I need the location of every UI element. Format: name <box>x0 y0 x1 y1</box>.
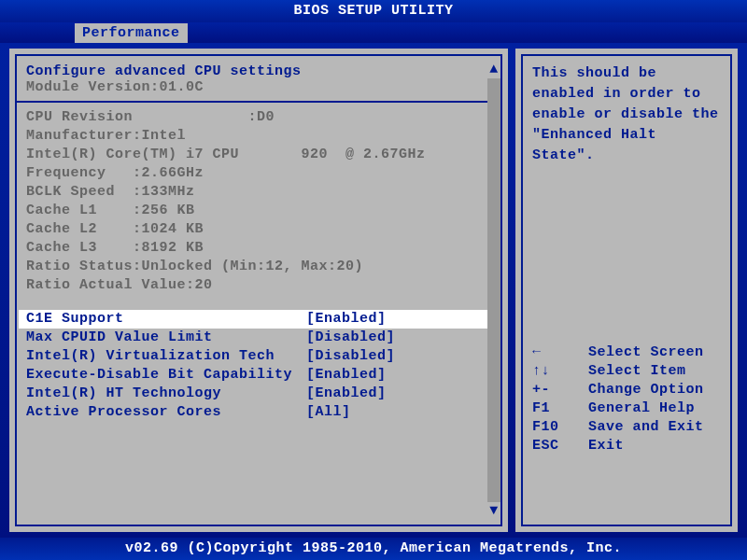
tab-row: Performance <box>0 22 747 43</box>
option-execute-disable[interactable]: Execute-Disable Bit Capability [Enabled] <box>26 366 491 385</box>
ratio-actual: Ratio Actual Value:20 <box>26 276 491 295</box>
footer-bar: v02.69 (C)Copyright 1985-2010, American … <box>0 538 747 560</box>
option-active-cores[interactable]: Active Processor Cores [All] <box>26 403 491 422</box>
option-label: Intel(R) Virtualization Tech <box>26 347 306 366</box>
key-f1: F1 <box>532 399 588 418</box>
help-text: This should be enabled in order to enabl… <box>532 63 721 166</box>
tab-performance[interactable]: Performance <box>75 23 188 43</box>
option-vt[interactable]: Intel(R) Virtualization Tech [Disabled] <box>26 347 491 366</box>
scrollbar-track[interactable] <box>487 78 500 502</box>
scroll-up-icon[interactable]: ▲ <box>487 62 500 77</box>
cache-l1: Cache L1 :256 KB <box>26 202 491 220</box>
option-label: Execute-Disable Bit Capability <box>26 366 306 385</box>
key-help-row: ← Select Screen <box>532 343 721 362</box>
key-help-row: ↑↓ Select Item <box>532 362 721 381</box>
option-value: [Disabled] <box>306 347 395 366</box>
cpu-revision: CPU Revision :D0 <box>26 108 491 127</box>
body: ▲ ▼ Configure advanced CPU settings Modu… <box>0 43 747 538</box>
key-f10: F10 <box>532 418 588 437</box>
key-help-row: +- Change Option <box>532 381 721 399</box>
option-label: Active Processor Cores <box>26 403 306 422</box>
cache-l2: Cache L2 :1024 KB <box>26 220 491 239</box>
option-value: [Disabled] <box>306 329 395 347</box>
key-desc: Save and Exit <box>588 418 704 437</box>
cpu-manufacturer: Manufacturer:Intel <box>26 127 491 146</box>
key-help-row: F1 General Help <box>532 399 721 418</box>
ratio-status: Ratio Status:Unlocked (Min:12, Max:20) <box>26 258 491 276</box>
key-up-down-arrow-icon: ↑↓ <box>532 362 588 381</box>
key-esc: ESC <box>532 437 588 455</box>
key-help-row: F10 Save and Exit <box>532 418 721 437</box>
option-label: Intel(R) HT Technology <box>26 385 306 403</box>
module-version: Module Version:01.0C <box>26 79 491 95</box>
key-help-row: ESC Exit <box>532 437 721 455</box>
title-bar: BIOS SETUP UTILITY <box>0 0 747 22</box>
option-c1e-support[interactable]: C1E Support [Enabled] <box>19 310 499 329</box>
scroll-down-icon[interactable]: ▼ <box>487 503 500 519</box>
key-desc: Exit <box>588 437 624 455</box>
option-value: [Enabled] <box>306 310 387 329</box>
option-value: [Enabled] <box>306 366 387 385</box>
help-panel: This should be enabled in order to enabl… <box>515 49 738 532</box>
key-plus-minus: +- <box>532 381 588 399</box>
option-value: [Enabled] <box>306 385 387 403</box>
option-ht[interactable]: Intel(R) HT Technology [Enabled] <box>26 385 491 403</box>
option-max-cpuid[interactable]: Max CPUID Value Limit [Disabled] <box>26 329 491 347</box>
cpu-brand: Intel(R) Core(TM) i7 CPU 920 @ 2.67GHz <box>26 146 491 164</box>
key-left-arrow-icon: ← <box>532 343 588 362</box>
key-desc: Select Item <box>588 362 686 381</box>
option-value: [All] <box>306 403 351 422</box>
section-title: Configure advanced CPU settings <box>26 63 491 79</box>
cache-l3: Cache L3 :8192 KB <box>26 239 491 258</box>
main-panel: ▲ ▼ Configure advanced CPU settings Modu… <box>9 49 508 532</box>
bios-screen: BIOS SETUP UTILITY Performance ▲ ▼ Confi… <box>0 0 747 560</box>
option-label: C1E Support <box>26 310 306 329</box>
cpu-frequency: Frequency :2.66GHz <box>26 164 491 183</box>
option-label: Max CPUID Value Limit <box>26 329 306 347</box>
key-desc: Select Screen <box>588 343 704 362</box>
bclk-speed: BCLK Speed :133MHz <box>26 183 491 202</box>
divider <box>17 101 500 103</box>
key-desc: General Help <box>588 399 695 418</box>
key-desc: Change Option <box>588 381 704 399</box>
